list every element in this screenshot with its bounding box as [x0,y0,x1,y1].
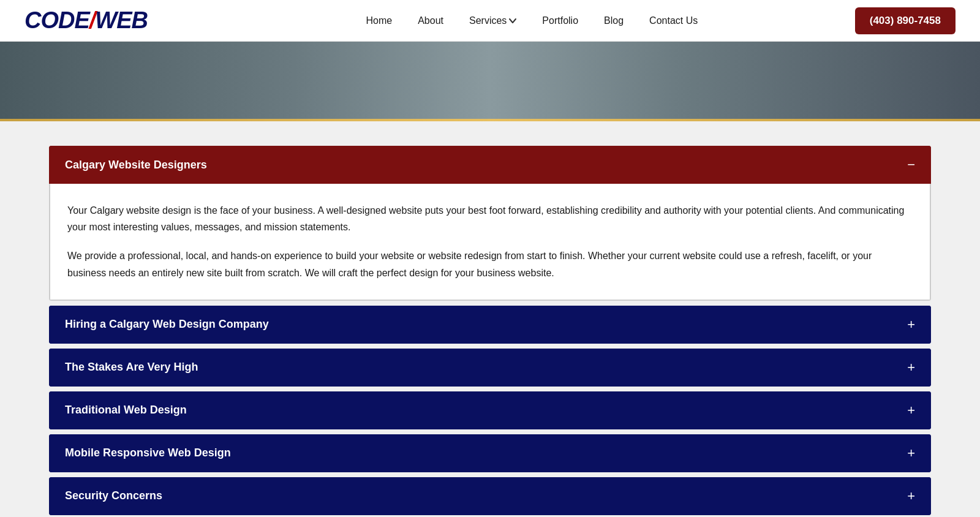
accordion-body-calgary-website-designers: Your Calgary website design is the face … [49,184,931,301]
accordion-header-traditional[interactable]: Traditional Web Design + [49,391,931,429]
accordion-title: Mobile Responsive Web Design [65,447,231,459]
accordion-paragraph-2: We provide a professional, local, and ha… [67,247,913,281]
nav-portfolio[interactable]: Portfolio [532,10,588,31]
logo-text: CODE/WEB [24,7,148,34]
accordion-paragraph-1: Your Calgary website design is the face … [67,202,913,235]
nav-services[interactable]: Services [459,10,526,31]
accordion-container: Calgary Website Designers − Your Calgary… [49,146,931,515]
accordion-header-calgary-website-designers[interactable]: Calgary Website Designers − [49,146,931,184]
nav-services-label: Services [469,15,507,26]
phone-button[interactable]: (403) 890-7458 [855,7,956,34]
nav-home[interactable]: Home [356,10,402,31]
logo-part2: WEB [95,7,148,33]
accordion-item-calgary-website-designers: Calgary Website Designers − Your Calgary… [49,146,931,301]
site-header: CODE/WEB Home About Services Portfolio B… [0,0,980,42]
accordion-header-hiring[interactable]: Hiring a Calgary Web Design Company + [49,306,931,344]
accordion-header-mobile[interactable]: Mobile Responsive Web Design + [49,434,931,472]
accordion-title: The Stakes Are Very High [65,361,198,374]
accordion-icon-minus: − [907,158,915,172]
nav-contact[interactable]: Contact Us [639,10,707,31]
accordion-header-stakes[interactable]: The Stakes Are Very High + [49,349,931,387]
accordion-icon-plus: + [907,447,915,460]
logo[interactable]: CODE/WEB [24,7,148,34]
logo-part1: CODE [24,7,89,33]
hero-image [0,42,980,121]
accordion-item-security: Security Concerns + [49,477,931,515]
chevron-down-icon [509,17,516,25]
accordion-header-security[interactable]: Security Concerns + [49,477,931,515]
main-nav: Home About Services Portfolio Blog Conta… [209,10,855,31]
logo-slash: / [89,7,96,33]
nav-blog[interactable]: Blog [594,10,633,31]
accordion-item-hiring: Hiring a Calgary Web Design Company + [49,306,931,344]
accordion-item-traditional: Traditional Web Design + [49,391,931,429]
accordion-title: Hiring a Calgary Web Design Company [65,318,269,331]
accordion-item-stakes: The Stakes Are Very High + [49,349,931,387]
accordion-icon-plus: + [907,404,915,417]
nav-about[interactable]: About [408,10,453,31]
accordion-title: Security Concerns [65,489,162,502]
accordion-icon-plus: + [907,318,915,331]
accordion-icon-plus: + [907,361,915,374]
accordion-title: Traditional Web Design [65,404,187,417]
accordion-title: Calgary Website Designers [65,159,207,172]
main-content: Calgary Website Designers − Your Calgary… [0,121,980,517]
accordion-item-mobile: Mobile Responsive Web Design + [49,434,931,472]
accordion-icon-plus: + [907,489,915,503]
